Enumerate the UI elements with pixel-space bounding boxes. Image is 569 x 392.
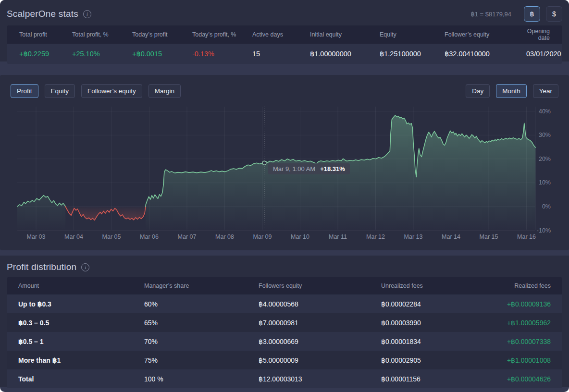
table-row: Up to ฿0.360%฿4.00000568฿0.00002284+฿0.0… — [7, 294, 562, 313]
table-cell: ฿12.00003013 — [259, 375, 381, 383]
stats-header-row: ScalperOne stats i ฿1 = $8179,94 ฿$ — [0, 0, 569, 22]
tooltip-date: Mar 9, 1:00 AM — [273, 165, 315, 172]
stats-value: -0.13% — [192, 50, 252, 58]
stats-value: ฿1.25100000 — [380, 50, 445, 58]
stats-section: ScalperOne stats i ฿1 = $8179,94 ฿$ Tota… — [0, 0, 569, 61]
table-cell: +฿0.00004626 — [466, 375, 562, 383]
stats-column-header: Today’s profit — [132, 31, 192, 38]
range-tab-month[interactable]: Month — [496, 84, 527, 98]
svg-text:Mar 16: Mar 16 — [517, 233, 536, 240]
page-title: ScalperOne stats — [7, 9, 78, 19]
stats-column-header: Opening date — [526, 28, 562, 41]
stats-column-header: Initial equity — [310, 31, 380, 38]
chart-hover-marker — [262, 161, 266, 165]
range-tab-day[interactable]: Day — [466, 84, 490, 98]
profit-chart[interactable]: 40%30%20%10%0%-10%Mar 03Mar 04Mar 05Mar … — [0, 75, 569, 250]
range-tab-year[interactable]: Year — [533, 84, 558, 98]
metric-tab-equity[interactable]: Equity — [45, 84, 75, 98]
stats-table-values: +฿0.2259+25.10%+฿0.0015-0.13%15฿1.000000… — [7, 44, 562, 64]
table-cell: 70% — [144, 338, 259, 345]
table-cell: +฿0.00007338 — [466, 338, 562, 345]
table-cell: 60% — [144, 300, 259, 308]
stats-column-header: Today’s profit, % — [192, 31, 252, 38]
stats-value: 15 — [252, 50, 310, 58]
table-row: ฿0.3 – 0.565%฿7.00000981฿0.00003990+฿1.0… — [7, 313, 562, 332]
svg-text:Mar 09: Mar 09 — [253, 233, 272, 240]
currency-button-[interactable]: $ — [546, 6, 562, 22]
stats-value: +฿0.0015 — [132, 50, 192, 58]
info-icon[interactable]: i — [83, 10, 91, 18]
stats-value: +25.10% — [72, 50, 132, 58]
distribution-table-header: AmountManager’s shareFollowers equityUnr… — [7, 277, 562, 294]
svg-text:Mar 10: Mar 10 — [291, 233, 309, 240]
table-row: More than ฿175%฿5.00000009฿0.00002905+฿1… — [7, 351, 562, 369]
table-cell: ฿0.00002284 — [381, 300, 466, 308]
distribution-column-header: Followers equity — [259, 282, 381, 289]
y-axis-labels: 40%30%20%10%0%-10% — [537, 108, 551, 234]
svg-text:Mar 03: Mar 03 — [27, 233, 46, 240]
svg-text:40%: 40% — [539, 108, 551, 115]
stats-value: +฿0.2259 — [19, 50, 72, 58]
svg-text:Mar 15: Mar 15 — [480, 233, 498, 240]
info-icon[interactable]: i — [81, 263, 89, 271]
stats-table-header: Total profitTotal profit, %Today’s profi… — [7, 25, 562, 44]
distribution-column-header: Unrealized fees — [381, 282, 466, 289]
svg-text:Mar 08: Mar 08 — [215, 233, 234, 240]
chart-controls: ProfitEquityFollower’s equityMargin DayM… — [11, 84, 558, 98]
stats-column-header: Total profit — [19, 31, 72, 38]
chart-section: ProfitEquityFollower’s equityMargin DayM… — [0, 75, 569, 250]
svg-text:Mar 07: Mar 07 — [178, 233, 197, 240]
svg-text:20%: 20% — [539, 156, 551, 162]
stats-value: 03/01/2020 — [526, 50, 562, 58]
metric-tab-profit[interactable]: Profit — [11, 84, 38, 98]
table-cell: 75% — [144, 356, 259, 364]
svg-text:0%: 0% — [542, 203, 551, 210]
stats-column-header: Active days — [252, 31, 310, 38]
metric-tab-margin[interactable]: Margin — [148, 84, 181, 98]
svg-text:-10%: -10% — [537, 227, 551, 234]
metric-tab-group: ProfitEquityFollower’s equityMargin — [11, 84, 181, 98]
table-cell: ฿0.5 – 1 — [18, 338, 144, 345]
range-tab-group: DayMonthYear — [466, 84, 558, 98]
table-row: ฿0.5 – 170%฿3.00000669฿0.00001834+฿0.000… — [7, 332, 562, 351]
svg-text:Mar 05: Mar 05 — [102, 233, 121, 240]
table-cell: +฿1.00005962 — [466, 319, 562, 327]
distribution-column-header: Realized fees — [466, 282, 562, 289]
table-row: Total100 %฿12.00003013฿0.00001156+฿0.000… — [7, 369, 562, 388]
svg-text:Mar 11: Mar 11 — [329, 233, 347, 240]
table-cell: ฿0.00001834 — [381, 338, 466, 345]
table-cell: 100 % — [144, 375, 259, 383]
exchange-rate: ฿1 = $8179,94 — [470, 11, 511, 18]
stats-table: Total profitTotal profit, %Today’s profi… — [7, 25, 562, 64]
svg-text:Mar 14: Mar 14 — [442, 233, 460, 240]
metric-tab-follower-s-equity[interactable]: Follower’s equity — [81, 84, 142, 98]
table-cell: ฿3.00000669 — [259, 338, 381, 345]
chart-tooltip: Mar 9, 1:00 AM +18.31% — [268, 163, 350, 174]
x-axis-labels: Mar 03Mar 04Mar 05Mar 06Mar 07Mar 08Mar … — [27, 233, 536, 240]
stats-value: ฿32.00410000 — [445, 50, 526, 58]
app-window: ScalperOne stats i ฿1 = $8179,94 ฿$ Tota… — [0, 0, 569, 392]
currency-button-[interactable]: ฿ — [524, 6, 540, 22]
stats-column-header: Follower’s equity — [445, 31, 526, 38]
stats-value: ฿1.00000000 — [310, 50, 380, 58]
table-cell: +฿1.00001008 — [466, 356, 562, 364]
svg-text:Mar 04: Mar 04 — [64, 233, 83, 240]
table-cell: Up to ฿0.3 — [18, 300, 144, 308]
distribution-table: AmountManager’s shareFollowers equityUnr… — [7, 277, 562, 388]
table-cell: +฿0.00009136 — [466, 300, 562, 308]
table-cell: ฿0.00001156 — [381, 375, 466, 383]
table-cell: ฿5.00000009 — [259, 356, 381, 364]
distribution-column-header: Amount — [18, 282, 144, 289]
distribution-header-row: Profit distribution i — [0, 256, 569, 272]
table-cell: ฿0.00002905 — [381, 356, 466, 364]
table-cell: ฿4.00000568 — [259, 300, 381, 308]
table-cell: More than ฿1 — [18, 356, 144, 364]
table-cell: ฿0.3 – 0.5 — [18, 319, 144, 327]
svg-text:30%: 30% — [539, 132, 551, 138]
stats-column-header: Total profit, % — [72, 31, 132, 38]
stats-column-header: Equity — [380, 31, 445, 38]
svg-text:Mar 13: Mar 13 — [404, 233, 423, 240]
svg-text:10%: 10% — [539, 179, 551, 186]
distribution-column-header: Manager’s share — [144, 282, 259, 289]
distribution-table-body: Up to ฿0.360%฿4.00000568฿0.00002284+฿0.0… — [7, 294, 562, 388]
